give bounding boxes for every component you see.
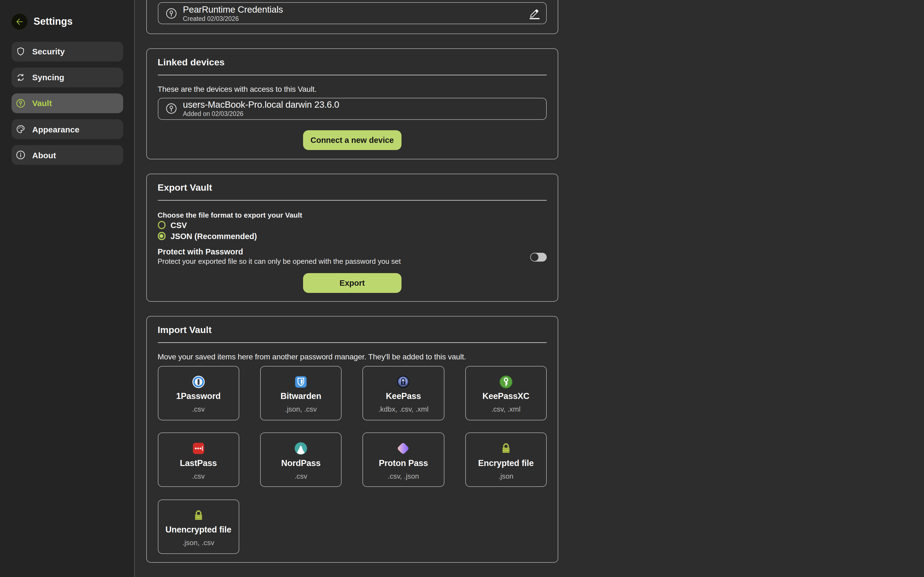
import-source-lastpass[interactable]: LastPass .csv [158,432,239,487]
import-vault-title: Import Vault [158,323,547,337]
key-icon [166,103,176,114]
import-source-keepassxc[interactable]: KeePassXC .csv, .xml [465,366,547,420]
nordpass-icon [294,442,307,455]
onepassword-icon [192,375,205,388]
keepass-icon [397,375,410,388]
sidebar-item-appearance[interactable]: Appearance [11,119,123,139]
import-source-bitwarden[interactable]: Bitwarden .json, .csv [260,366,342,420]
sidebar-header: Settings [11,14,73,30]
radio-circle-icon [158,232,166,240]
divider [158,200,547,201]
device-added-date: Added on 02/03/2026 [183,110,339,118]
arrow-left-icon [15,18,23,26]
sidebar-item-label: Security [32,47,65,56]
radio-json-label: JSON (Recommended) [171,232,257,240]
shield-icon [16,47,25,56]
import-source-encrypted-file[interactable]: Encrypted file .json [465,432,547,487]
info-icon [16,150,25,160]
import-sources-grid: 1Password .csv Bitwarden .json, .csv [158,366,547,554]
radio-circle-icon [158,221,166,229]
radio-csv[interactable]: CSV [158,219,547,230]
connect-new-device-button[interactable]: Connect a new device [303,130,402,150]
device-item: users-MacBook-Pro.local darwin 23.6.0 Ad… [158,98,547,119]
key-icon [166,8,176,18]
sidebar-nav: Security Syncing [11,42,123,171]
settings-content: PearRuntime Credentials Created 02/03/20… [146,0,558,563]
import-source-nordpass[interactable]: NordPass .csv [260,432,342,487]
import-vault-description: Move your saved items here from another … [158,351,547,362]
palette-icon [16,124,25,134]
radio-json[interactable]: JSON (Recommended) [158,230,547,242]
device-name: users-MacBook-Pro.local darwin 23.6.0 [183,99,339,110]
sidebar-item-label: Appearance [32,124,79,134]
vault-name-item: PearRuntime Credentials Created 02/03/20… [158,2,547,24]
keepassxc-icon [499,375,513,388]
bitwarden-icon [294,375,307,388]
linked-devices-description: These are the devices with access to thi… [158,83,547,94]
sidebar-item-label: Syncing [32,73,65,82]
radio-csv-label: CSV [171,221,187,229]
settings-page: Settings Security [0,0,924,577]
import-source-keepass[interactable]: KeePass .kdbx, .csv, .xml [363,366,444,420]
pencil-icon [529,7,540,19]
sidebar: Settings Security [0,0,134,577]
linked-devices-card: Linked devices These are the devices wit… [146,48,558,160]
unencrypted-file-icon [192,509,205,522]
encrypted-file-icon [499,442,513,455]
edit-vault-name-button[interactable] [529,7,540,19]
protect-toggle[interactable] [530,253,547,261]
divider [158,342,547,343]
linked-devices-title: Linked devices [158,55,547,69]
toggle-knob-icon [531,253,539,261]
import-source-unencrypted-file[interactable]: Unencrypted file .json, .csv [158,499,239,554]
page-title: Settings [34,14,73,30]
import-source-1password[interactable]: 1Password .csv [158,366,239,420]
import-vault-card: Import Vault Move your saved items here … [146,316,558,563]
back-button[interactable] [11,14,27,30]
protect-title: Protect with Password [158,247,530,256]
format-label: Choose the file format to export your Va… [158,210,547,219]
sidebar-item-security[interactable]: Security [11,42,123,61]
vault-name-card: PearRuntime Credentials Created 02/03/20… [146,0,558,34]
sidebar-item-label: Vault [32,98,52,108]
divider [158,75,547,75]
export-vault-title: Export Vault [158,181,547,195]
export-vault-card: Export Vault Choose the file format to e… [146,174,558,302]
export-button[interactable]: Export [303,273,402,293]
vault-created-date: Created 02/03/2026 [183,15,283,23]
sync-icon [16,73,25,82]
protect-with-password-row: Protect with Password Protect your expor… [158,247,547,266]
protonpass-icon [397,442,410,455]
key-icon [16,98,25,108]
sidebar-item-syncing[interactable]: Syncing [11,68,123,87]
vault-name: PearRuntime Credentials [183,3,283,15]
sidebar-item-about[interactable]: About [11,145,123,165]
sidebar-item-vault[interactable]: Vault [11,93,123,113]
import-source-protonpass[interactable]: Proton Pass .csv, .json [363,432,444,487]
lastpass-icon [192,442,205,455]
sidebar-item-label: About [32,150,56,160]
protect-description: Protect your exported file so it can onl… [158,257,530,266]
